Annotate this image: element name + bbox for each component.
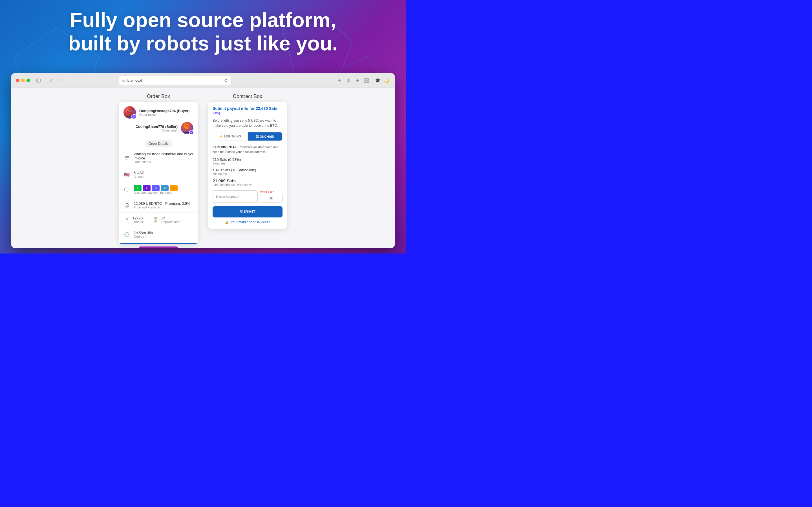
url-text: umbrel.local (122, 78, 142, 82)
svg-rect-13 (367, 78, 368, 80)
order-details-button[interactable]: Order Details (145, 140, 172, 147)
mining-fee-input[interactable] (260, 194, 283, 203)
zelle-badge: Z (143, 185, 151, 191)
download-icon[interactable] (336, 77, 343, 84)
final-amount-section: 21,009 Sats Final amount you will receiv… (213, 178, 283, 186)
traffic-lights (16, 78, 30, 82)
cancel-section: CANCEL (139, 246, 178, 248)
svg-point-24 (186, 125, 187, 126)
deposit-timer-item: ⏳ 3h Deposit timer (152, 216, 180, 224)
hero-section: Fully open source platform, built by rob… (0, 8, 406, 55)
browser-window: umbrel.local 🎓 🌙 (11, 73, 395, 248)
svg-point-18 (128, 110, 130, 111)
forward-button[interactable] (57, 76, 65, 84)
price-content: 22,089 USD/BTC - Premium: 2.5% Price and… (134, 202, 193, 209)
venmo-badge: V (161, 185, 168, 191)
hash-icon: # (123, 217, 130, 223)
price-row: ₿$ 22,089 USD/BTC - Premium: 2.5% Price … (119, 198, 198, 213)
price-value: 22,089 USD/BTC - Premium: 2.5% (134, 202, 193, 206)
clock-icon: 🕐 (123, 231, 130, 238)
onchain-toggle-button[interactable]: ⛓ ONCHAIN (248, 132, 283, 140)
amount-content: 5 USD Amount (134, 171, 193, 178)
lock-icon: 🔒 (225, 220, 229, 224)
flag-icon: 🇺🇸 (123, 171, 130, 178)
close-button[interactable] (16, 78, 19, 82)
swap-fee-row: 210 Sats (0.93%) Swap fee (213, 158, 283, 165)
svg-text:₿$: ₿$ (126, 205, 129, 207)
contract-box-panel: Submit payout info for 22,630 Sats (3/5)… (208, 102, 287, 229)
add-tab-icon[interactable] (354, 77, 361, 84)
mining-fee-input-container: Mining Fee * (260, 190, 283, 203)
amount-value: 5 USD (134, 171, 193, 175)
cashapp-badge: $ (134, 185, 142, 191)
order-id-value: 12726 (133, 216, 144, 220)
status-content: Waiting for trade collateral and buyer i… (134, 152, 193, 164)
address-bar[interactable]: umbrel.local (119, 76, 232, 85)
payout-input-row: Mining Fee * (213, 190, 283, 203)
contract-box-title: Contract Box (233, 94, 262, 100)
expires-label: Expires in (134, 235, 193, 238)
svg-point-27 (188, 127, 190, 128)
svg-rect-31 (124, 188, 129, 191)
buyer-name: BunglingHostage794 (Buyer) (139, 109, 193, 113)
monitor-icon (123, 186, 130, 193)
maximize-button[interactable] (27, 78, 30, 82)
swap-fee-value: 210 Sats (0.93%) (213, 158, 283, 162)
order-id-content: 12726 Order ID (133, 216, 144, 224)
svg-point-26 (185, 128, 186, 129)
minimize-button[interactable] (21, 78, 25, 82)
browser-content: Order Box (11, 88, 395, 248)
lightning-toggle-button[interactable]: ⚡ LIGHTNING (213, 132, 248, 140)
payment-method-toggle: ⚡ LIGHTNING ⛓ ONCHAIN (213, 132, 283, 141)
mining-fee-display-label: Mining fee (213, 172, 283, 175)
browser-chrome: umbrel.local 🎓 🌙 (11, 73, 395, 88)
bitcoin-address-input[interactable] (213, 190, 258, 203)
amount-row: 🇺🇸 5 USD Amount (119, 167, 198, 182)
svg-rect-12 (364, 78, 366, 80)
seller-avatar-container: « (181, 122, 193, 134)
svg-point-21 (131, 111, 133, 112)
order-id-label: Order ID (133, 220, 144, 224)
svg-point-25 (188, 126, 189, 127)
contract-submit-title: Submit payout info for 22,630 Sats (3/5) (213, 106, 283, 115)
timer-icon: ⏳ (152, 217, 159, 223)
buyer-role: Order maker (139, 113, 193, 116)
sidebar-toggle-icon[interactable] (35, 76, 43, 84)
svg-rect-15 (367, 81, 368, 82)
seller-role: Order taker (123, 129, 177, 132)
tabs-icon[interactable] (363, 77, 370, 84)
submit-payout-text: Submit payout info for 22,630 Sats (213, 106, 277, 111)
mining-fee-input-label: Mining Fee * (260, 190, 283, 193)
amazon-badge: a (170, 185, 177, 191)
browser-extras: 🎓 🌙 (374, 77, 390, 84)
submit-button[interactable]: SUBMIT (213, 206, 283, 217)
payment-icons: $ Z S V a (134, 185, 193, 191)
final-amount-label: Final amount you will receive (213, 183, 283, 186)
status-row: Waiting for trade collateral and buyer i… (119, 149, 198, 167)
svg-rect-29 (125, 158, 129, 158)
seller-name: CooingSham779 (Seller) (123, 124, 177, 129)
participants: « BunglingHostage794 (Buyer) Order maker (119, 102, 198, 149)
cancel-button[interactable]: CANCEL (139, 246, 178, 248)
order-id-item: # 12726 Order ID (123, 216, 144, 224)
price-icon: ₿$ (123, 202, 130, 209)
contract-description: Before letting you send 5 USD, we want t… (213, 118, 283, 128)
order-id-timer-row: # 12726 Order ID ⏳ 3h Deposit timer (119, 213, 198, 227)
stripe-badge: S (152, 185, 160, 191)
hero-line2: built by robots just like you. (68, 32, 338, 55)
svg-rect-10 (37, 79, 41, 82)
share-icon[interactable] (345, 77, 352, 84)
deposit-timer-content: 3h Deposit timer (161, 216, 180, 224)
payment-methods-label: Accepted payment methods (134, 191, 193, 194)
final-amount-value: 21,009 Sats (213, 178, 283, 183)
expires-content: 2h 58m 35s Expires in (134, 231, 193, 238)
mining-fee-row: 1,410 Sats (10 Sats/vByte) Mining fee (213, 168, 283, 175)
reload-icon[interactable] (224, 78, 228, 82)
seller-row: « CooingSham779 (Seller) Order taker (123, 122, 193, 134)
order-box-section: Order Box (116, 94, 201, 248)
moon-icon: 🌙 (384, 77, 390, 84)
maker-bond-status: 🔒 Your maker bond is locked (213, 220, 283, 224)
svg-point-19 (130, 110, 131, 111)
payment-methods-content: $ Z S V a Accepted payment methods (134, 185, 193, 194)
back-button[interactable] (47, 76, 55, 84)
